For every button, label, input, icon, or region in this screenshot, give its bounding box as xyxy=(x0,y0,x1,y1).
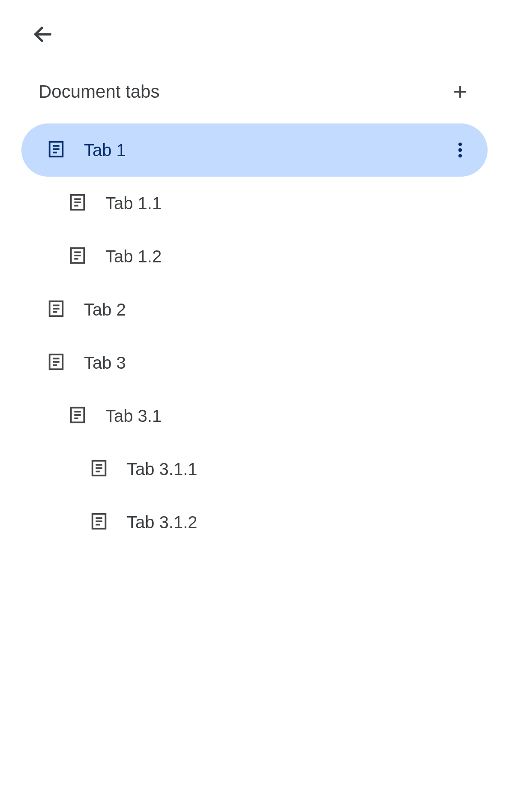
tab-label: Tab 3.1.2 xyxy=(127,513,488,532)
tab-label: Tab 1 xyxy=(84,141,450,160)
svg-point-7 xyxy=(458,143,462,146)
tab-label: Tab 3.1.1 xyxy=(127,460,488,479)
svg-point-8 xyxy=(458,148,462,152)
add-tab-button[interactable] xyxy=(450,81,470,102)
document-icon xyxy=(68,405,87,427)
arrow-left-icon xyxy=(32,23,54,45)
document-icon xyxy=(46,299,66,320)
tab-more-button[interactable] xyxy=(450,140,470,160)
document-icon xyxy=(46,139,66,161)
back-button[interactable] xyxy=(30,21,56,47)
tab-item[interactable]: Tab 3 xyxy=(21,336,488,389)
svg-point-9 xyxy=(458,154,462,157)
more-vertical-icon xyxy=(458,141,462,159)
document-icon xyxy=(89,458,109,480)
tab-label: Tab 1.2 xyxy=(105,247,488,266)
tab-item[interactable]: Tab 3.1.1 xyxy=(21,442,488,496)
tab-item[interactable]: Tab 2 xyxy=(21,283,488,336)
tab-item[interactable]: Tab 3.1.2 xyxy=(21,496,488,549)
tab-label: Tab 3 xyxy=(84,353,488,373)
panel-header: Document tabs xyxy=(21,81,488,102)
tab-item[interactable]: Tab 1 xyxy=(21,123,488,177)
tab-label: Tab 1.1 xyxy=(105,194,488,213)
document-icon xyxy=(68,246,87,267)
tab-label: Tab 2 xyxy=(84,300,488,319)
tab-item[interactable]: Tab 1.1 xyxy=(21,177,488,230)
tab-item[interactable]: Tab 3.1 xyxy=(21,389,488,442)
document-icon xyxy=(46,352,66,373)
panel-title: Document tabs xyxy=(39,81,159,102)
document-icon xyxy=(68,192,87,214)
tab-list: Tab 1 Tab 1.1 Tab 1.2 Tab 2 Tab 3 Tab 3.… xyxy=(21,123,488,549)
document-icon xyxy=(89,511,109,533)
tab-label: Tab 3.1 xyxy=(105,406,488,426)
plus-icon xyxy=(452,84,468,99)
tab-item[interactable]: Tab 1.2 xyxy=(21,230,488,283)
